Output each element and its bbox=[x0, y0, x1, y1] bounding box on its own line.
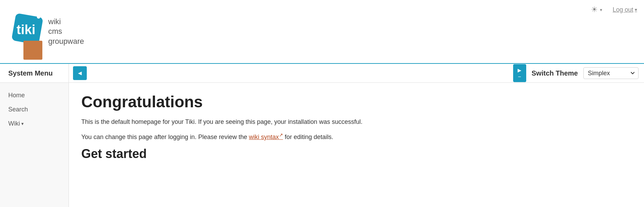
theme-select[interactable]: Simplex Cerulean Cosmo Default bbox=[583, 67, 638, 79]
intro-paragraph: This is the default homepage for your Ti… bbox=[81, 117, 632, 127]
get-started-heading: Get started bbox=[81, 147, 632, 161]
logo-text-block: wiki cms groupware bbox=[48, 17, 84, 47]
top-right-controls: ☀ ▾ Log out ▾ bbox=[591, 5, 637, 14]
collapse-icon: ◄ bbox=[77, 70, 83, 77]
nav-bar: System Menu ◄ ► ≡ Switch Theme Simplex C… bbox=[0, 64, 644, 83]
logout-label: Log out bbox=[613, 6, 633, 13]
logout-chevron-icon: ▾ bbox=[635, 7, 637, 12]
svg-point-2 bbox=[37, 15, 40, 19]
sun-icon: ☀ bbox=[591, 5, 598, 14]
logo-area: tiki wiki cms groupware bbox=[7, 9, 84, 54]
sidebar-item-search[interactable]: Search bbox=[0, 102, 69, 117]
panel-forward-icon: ► bbox=[517, 67, 523, 74]
sidebar-item-wiki[interactable]: Wiki ▾ bbox=[0, 117, 69, 131]
top-bar: tiki wiki cms groupware ☀ ▾ Log out ▾ bbox=[0, 0, 644, 64]
para2-suffix: for editing details. bbox=[283, 134, 333, 140]
switch-theme-label: Switch Theme bbox=[532, 69, 578, 77]
wiki-syntax-link[interactable]: wiki syntax↗ bbox=[249, 134, 283, 140]
page-title: Congratulations bbox=[81, 92, 632, 111]
para2-prefix: You can change this page after logging i… bbox=[81, 134, 249, 140]
panel-toggle-stack: ► ≡ bbox=[509, 64, 526, 82]
content-area: Congratulations This is the default home… bbox=[69, 83, 644, 207]
theme-toggle-button[interactable]: ☀ ▾ bbox=[591, 5, 602, 14]
external-link-icon: ↗ bbox=[279, 132, 283, 138]
logo-subtitles: wiki cms groupware bbox=[48, 17, 84, 47]
collapse-sidebar-button[interactable]: ◄ bbox=[73, 66, 87, 80]
sidebar: Home Search Wiki ▾ bbox=[0, 83, 69, 207]
system-menu-label: System Menu bbox=[0, 64, 69, 82]
sidebar-item-home[interactable]: Home bbox=[0, 88, 69, 102]
nav-right-controls: ► ≡ Switch Theme Simplex Cerulean Cosmo … bbox=[509, 64, 638, 82]
avatar bbox=[23, 41, 42, 60]
theme-toggle-chevron: ▾ bbox=[600, 7, 602, 12]
panel-forward-button[interactable]: ► bbox=[513, 64, 526, 77]
logout-button[interactable]: Log out ▾ bbox=[613, 6, 637, 13]
wiki-submenu-chevron-icon: ▾ bbox=[21, 121, 24, 126]
main-layout: Home Search Wiki ▾ Congratulations This … bbox=[0, 83, 644, 207]
wiki-syntax-paragraph: You can change this page after logging i… bbox=[81, 131, 632, 142]
svg-text:tiki: tiki bbox=[17, 22, 35, 37]
